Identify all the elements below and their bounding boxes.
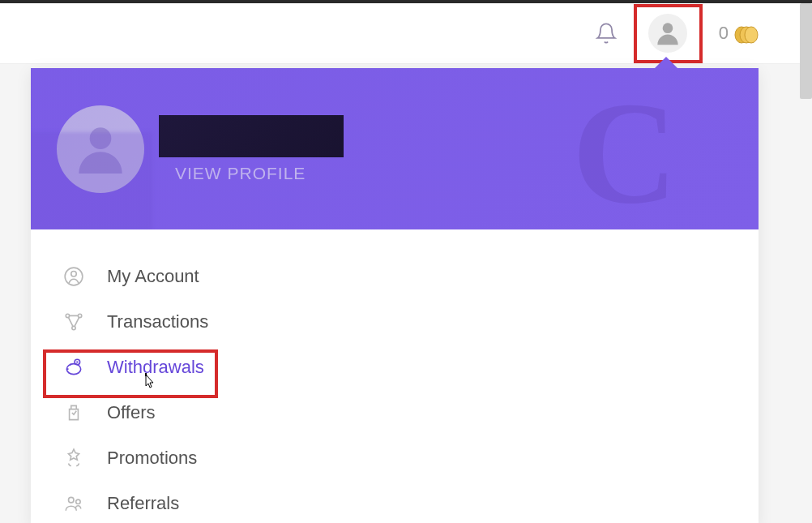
svg-point-6 — [71, 272, 77, 277]
menu-item-promotions[interactable]: Promotions — [55, 435, 734, 481]
svg-point-7 — [66, 314, 69, 317]
menu-item-label: Promotions — [107, 448, 197, 469]
menu-item-my-account[interactable]: My Account — [55, 254, 734, 299]
menu-item-label: Referrals — [107, 493, 179, 514]
menu-item-label: Transactions — [107, 311, 208, 332]
bg-decoration — [31, 132, 152, 229]
referrals-icon — [63, 493, 84, 514]
topbar: 0 — [0, 3, 812, 64]
menu-item-offers[interactable]: Offers — [55, 390, 734, 435]
profile-dropdown: C VIEW PROFILE My Account — [31, 68, 759, 523]
svg-point-8 — [78, 314, 81, 317]
svg-point-3 — [745, 27, 758, 43]
promotions-icon — [63, 448, 84, 469]
coin-balance: 0 — [719, 20, 759, 46]
bell-icon[interactable] — [595, 22, 618, 45]
svg-point-0 — [663, 23, 673, 33]
svg-point-13 — [76, 499, 80, 504]
svg-point-10 — [66, 364, 80, 375]
menu-item-transactions[interactable]: Transactions — [55, 299, 734, 345]
profile-name-redacted — [159, 115, 344, 157]
coins-icon — [733, 20, 759, 46]
svg-point-9 — [72, 326, 75, 329]
account-icon — [63, 266, 84, 287]
menu-item-label: Offers — [107, 402, 156, 423]
avatar-circle — [648, 14, 687, 53]
dropdown-arrow — [655, 57, 677, 68]
offers-icon — [63, 402, 84, 423]
profile-header: C VIEW PROFILE — [31, 68, 759, 229]
view-profile-link[interactable]: VIEW PROFILE — [175, 164, 344, 183]
svg-point-12 — [69, 497, 75, 503]
avatar-button[interactable] — [634, 4, 703, 63]
scrollbar-thumb[interactable] — [800, 3, 812, 99]
profile-info: VIEW PROFILE — [159, 115, 344, 183]
menu-item-referrals[interactable]: Referrals — [55, 481, 734, 523]
menu-item-label: Withdrawals — [107, 357, 204, 378]
menu-list: My Account Transactions — [31, 229, 759, 523]
menu-item-label: My Account — [107, 266, 199, 287]
transactions-icon — [63, 311, 84, 332]
coin-count: 0 — [719, 23, 729, 44]
withdrawals-icon — [63, 357, 84, 378]
menu-item-withdrawals[interactable]: Withdrawals — [55, 345, 734, 390]
bg-letter: C — [572, 80, 677, 226]
